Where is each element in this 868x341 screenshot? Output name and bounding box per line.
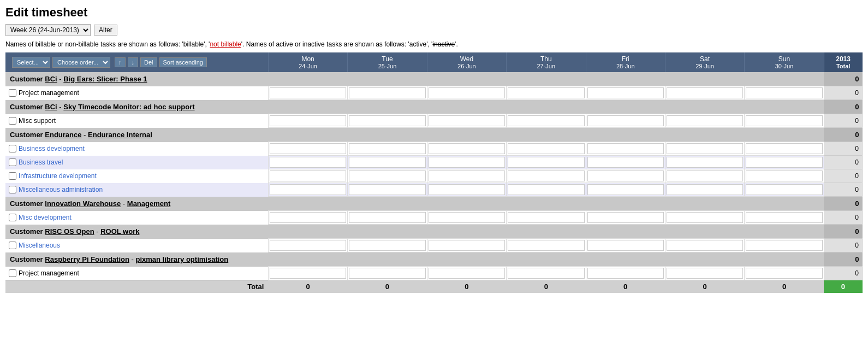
time-input[interactable] (508, 157, 584, 168)
time-input[interactable] (429, 212, 505, 223)
time-input[interactable] (587, 268, 664, 279)
alter-button[interactable]: Alter (94, 25, 117, 36)
time-input[interactable] (508, 212, 584, 223)
time-input[interactable] (508, 87, 584, 98)
task-checkbox[interactable] (9, 89, 16, 97)
task-checkbox[interactable] (9, 158, 16, 166)
time-input[interactable] (349, 87, 425, 98)
customer-link[interactable]: Raspberry Pi Foundation (45, 255, 129, 263)
project-link[interactable]: Big Ears: Slicer: Phase 1 (63, 75, 147, 83)
task-checkbox[interactable] (9, 269, 16, 277)
move-down-button[interactable]: ↓ (128, 57, 139, 67)
time-input[interactable] (429, 170, 505, 181)
week-dropdown[interactable]: Week 26 (24-Jun-2013) (5, 24, 91, 36)
time-input[interactable] (746, 170, 822, 181)
time-input[interactable] (429, 115, 505, 126)
project-link[interactable]: Management (127, 199, 170, 208)
customer-link[interactable]: BCi (45, 103, 57, 111)
time-input[interactable] (429, 268, 505, 279)
time-input[interactable] (587, 143, 664, 154)
customer-link[interactable]: BCi (45, 75, 57, 83)
customer-link[interactable]: Endurance (45, 131, 81, 139)
task-link[interactable]: Miscellaneous administration (19, 186, 103, 193)
time-input[interactable] (667, 87, 743, 98)
time-input[interactable] (667, 157, 743, 168)
time-input[interactable] (667, 212, 743, 223)
time-input[interactable] (508, 240, 584, 251)
time-input[interactable] (587, 212, 664, 223)
time-input[interactable] (667, 240, 743, 251)
task-checkbox[interactable] (9, 214, 16, 221)
time-input[interactable] (349, 212, 425, 223)
time-input[interactable] (587, 170, 664, 181)
customer-link[interactable]: Innovation Warehouse (45, 199, 121, 208)
time-input[interactable] (746, 240, 822, 251)
time-input[interactable] (746, 115, 822, 126)
time-input[interactable] (667, 170, 743, 181)
time-input[interactable] (746, 157, 822, 168)
time-input[interactable] (270, 212, 346, 223)
time-input[interactable] (270, 87, 346, 98)
time-input[interactable] (746, 184, 822, 195)
time-input[interactable] (270, 170, 346, 181)
time-input[interactable] (587, 115, 664, 126)
total-wed: 0 (427, 280, 506, 293)
time-input[interactable] (349, 157, 425, 168)
time-input[interactable] (508, 268, 584, 279)
task-link[interactable]: Miscellaneous (19, 242, 60, 249)
time-input[interactable] (429, 143, 505, 154)
time-input[interactable] (349, 268, 425, 279)
time-input[interactable] (508, 115, 584, 126)
time-input[interactable] (508, 184, 584, 195)
task-link[interactable]: Business travel (19, 158, 63, 166)
sort-ascending-button[interactable]: Sort ascending (159, 57, 207, 67)
time-input[interactable] (429, 157, 505, 168)
task-checkbox[interactable] (9, 186, 16, 193)
project-link[interactable]: pixman library optimisation (135, 255, 228, 263)
task-checkbox[interactable] (9, 145, 16, 152)
delete-button[interactable]: Del (140, 57, 157, 67)
time-input[interactable] (667, 115, 743, 126)
select-dropdown[interactable]: Select... (12, 57, 50, 68)
time-input[interactable] (349, 240, 425, 251)
task-checkbox[interactable] (9, 242, 16, 249)
time-input[interactable] (746, 143, 822, 154)
time-input[interactable] (746, 268, 822, 279)
time-input[interactable] (587, 87, 664, 98)
time-input[interactable] (349, 184, 425, 195)
time-input[interactable] (349, 170, 425, 181)
time-input[interactable] (429, 87, 505, 98)
task-checkbox[interactable] (9, 172, 16, 180)
time-input[interactable] (667, 184, 743, 195)
task-link[interactable]: Business development (19, 145, 85, 152)
time-input[interactable] (349, 143, 425, 154)
time-input[interactable] (508, 143, 584, 154)
time-input[interactable] (270, 268, 346, 279)
time-input[interactable] (667, 268, 743, 279)
project-link[interactable]: Endurance Internal (88, 131, 152, 139)
time-input[interactable] (667, 143, 743, 154)
customer-link[interactable]: RISC OS Open (45, 227, 94, 236)
project-link[interactable]: Sky Timecode Monitor: ad hoc support (63, 103, 194, 111)
task-link[interactable]: Misc development (19, 214, 72, 221)
time-input[interactable] (587, 184, 664, 195)
time-input[interactable] (270, 240, 346, 251)
move-up-button[interactable]: ↑ (115, 57, 126, 67)
time-input[interactable] (508, 170, 584, 181)
time-input[interactable] (429, 184, 505, 195)
time-input[interactable] (270, 115, 346, 126)
task-checkbox[interactable] (9, 117, 16, 125)
time-input[interactable] (429, 240, 505, 251)
time-input[interactable] (587, 157, 664, 168)
time-input[interactable] (270, 157, 346, 168)
time-input[interactable] (349, 115, 425, 126)
order-dropdown[interactable]: Choose order... (52, 57, 110, 68)
time-input[interactable] (270, 184, 346, 195)
tue-header: Tue 25-Jun (348, 52, 427, 72)
time-input[interactable] (587, 240, 664, 251)
time-input[interactable] (746, 212, 822, 223)
project-link[interactable]: ROOL work (100, 227, 139, 236)
time-input[interactable] (270, 143, 346, 154)
task-link[interactable]: Infrastructure development (19, 172, 97, 180)
time-input[interactable] (746, 87, 822, 98)
